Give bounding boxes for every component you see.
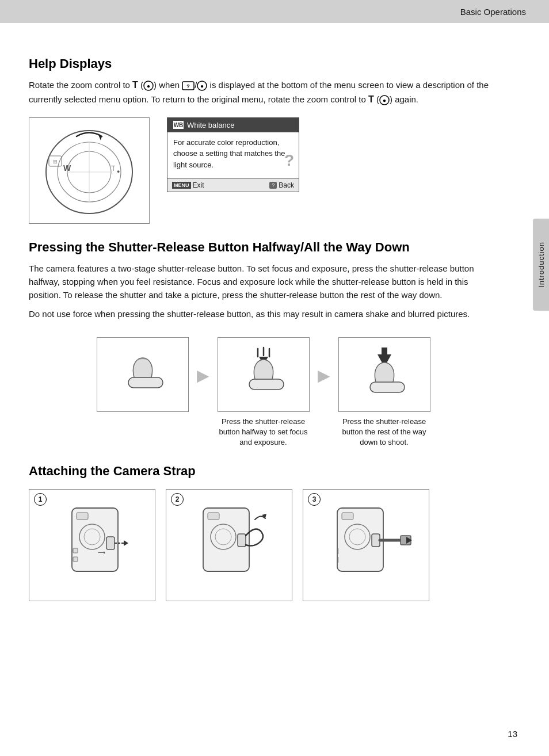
svg-marker-31 [124, 540, 128, 546]
svg-text:●: ● [117, 169, 120, 174]
strap-num-1: 1 [34, 493, 47, 506]
strap-step-2: 2 [166, 489, 292, 601]
wb-footer-back: ? Back [269, 181, 294, 189]
svg-rect-29 [106, 537, 115, 549]
shutter-box-2 [218, 337, 310, 412]
svg-rect-35 [73, 548, 78, 553]
wb-footer-menu: MENU Exit [172, 181, 204, 189]
arrow-2: ▶ [315, 366, 333, 385]
wb-icon: WB [173, 121, 184, 129]
shutter-box-3 [338, 337, 430, 412]
shutter-item-2: Press the shutter-release button halfway… [218, 337, 310, 448]
svg-rect-26 [382, 348, 387, 356]
wb-body: For accurate color reproduction, choose … [167, 132, 299, 178]
svg-rect-34 [77, 513, 88, 520]
svg-rect-36 [73, 557, 78, 562]
help-displays-text: Rotate the zoom control to T (●) when ?/… [29, 78, 498, 107]
header-title: Basic Operations [460, 7, 526, 17]
shutter-paragraph2: Do not use force when pressing the shutt… [29, 307, 498, 320]
svg-text:T: T [111, 165, 116, 173]
svg-rect-27 [370, 382, 405, 392]
shutter-item-1 [97, 337, 189, 412]
svg-rect-43 [208, 513, 219, 520]
shutter-diagrams-row: ▶ Press the shutter-release button halfw… [29, 337, 498, 448]
white-balance-ui: WB White balance For accurate color repr… [167, 117, 299, 192]
svg-rect-19 [128, 377, 163, 388]
menu-badge: MENU [172, 182, 191, 189]
t-letter-2: T [368, 94, 374, 104]
strap-step-1: 1 ⟶ [29, 489, 155, 601]
main-content: Help Displays Rotate the zoom control to… [0, 23, 529, 618]
shutter-box-1 [97, 337, 189, 412]
help-displays-title: Help Displays [29, 56, 498, 71]
help-display-row: W T ● ⊞ WB White balance Fo [29, 117, 498, 224]
wb-back-label: Back [279, 181, 294, 189]
strap-step-3: 3 [303, 489, 429, 601]
back-badge: ? [269, 182, 277, 189]
shutter-item-3: Press the shutter-release button the res… [338, 337, 430, 448]
svg-text:W: W [63, 163, 71, 173]
wb-body-text: For accurate color reproduction, choose … [173, 138, 285, 169]
svg-text:●: ● [383, 97, 386, 104]
page-number: 13 [508, 729, 517, 739]
shutter-title: Pressing the Shutter-Release Button Half… [29, 240, 498, 255]
shutter-caption-1: Press the shutter-release button halfway… [219, 417, 308, 448]
side-tab: Introduction [533, 219, 549, 311]
side-tab-label: Introduction [537, 242, 546, 288]
arrow-1: ▶ [195, 366, 212, 385]
strap-diagrams-row: 1 ⟶ 2 [29, 489, 498, 601]
strap-num-3: 3 [308, 493, 321, 506]
wb-footer: MENU Exit ? Back [167, 178, 299, 192]
svg-rect-51 [342, 513, 353, 520]
svg-text:⊞: ⊞ [53, 159, 58, 165]
camera-zoom-diagram: W T ● ⊞ [29, 117, 150, 224]
svg-rect-39 [238, 534, 246, 547]
wb-question-mark: ? [284, 148, 294, 173]
t-letter-1: T [132, 80, 138, 90]
shutter-paragraph1: The camera features a two-stage shutter-… [29, 262, 498, 302]
shutter-caption-2: Press the shutter-release button the res… [340, 417, 429, 448]
svg-text:●: ● [147, 83, 150, 89]
wb-exit-label: Exit [193, 181, 204, 189]
wb-header-text: White balance [187, 121, 234, 129]
svg-text:?: ? [187, 83, 190, 89]
strap-num-2: 2 [171, 493, 184, 506]
strap-title: Attaching the Camera Strap [29, 464, 498, 479]
svg-text:●: ● [200, 83, 204, 89]
svg-rect-24 [249, 379, 284, 390]
svg-text:⟶: ⟶ [98, 549, 105, 555]
header-bar: Basic Operations [0, 0, 549, 23]
wb-header: WB White balance [167, 118, 299, 132]
